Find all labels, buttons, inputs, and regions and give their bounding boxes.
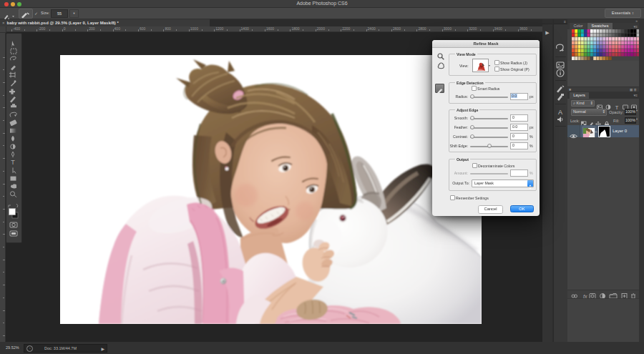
- svg-text:T: T: [11, 159, 15, 166]
- svg-text:T: T: [615, 104, 619, 110]
